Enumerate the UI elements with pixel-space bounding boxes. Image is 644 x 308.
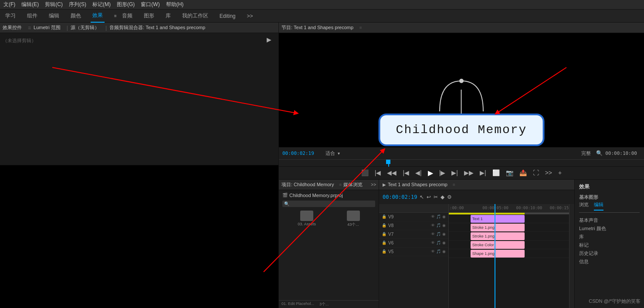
tool-marker[interactable]: ◆: [441, 194, 444, 200]
track-header-v5: 🔒 V5 👁 🎵 ◉: [379, 248, 448, 256]
solo-v8[interactable]: ◉: [442, 223, 446, 228]
mute-v6[interactable]: 🎵: [436, 241, 441, 245]
nav-tab-library[interactable]: 库: [164, 10, 173, 23]
mixer-title[interactable]: 音频剪辑混合器: Text 1 and Shapes precomp: [109, 24, 205, 31]
menu-item-sequence[interactable]: 序列(S): [69, 1, 86, 8]
nav-tab-edit[interactable]: 编辑: [47, 10, 61, 23]
nav-tab-effects[interactable]: 效果: [91, 10, 105, 23]
prev-edit-btn[interactable]: |◀: [373, 168, 383, 177]
menu-item-help[interactable]: 帮助(H): [166, 1, 184, 8]
eye-v5[interactable]: 👁: [431, 249, 435, 254]
nav-tab-audio[interactable]: 音频: [120, 10, 134, 23]
nav-tab-learn[interactable]: 学习: [3, 10, 17, 23]
insert-btn[interactable]: ⬜: [491, 168, 502, 177]
tool-razor[interactable]: ✂: [434, 194, 438, 200]
step-fwd-btn[interactable]: ▶▶: [462, 168, 475, 177]
solo-v5[interactable]: ◉: [442, 249, 446, 254]
zoom-icon[interactable]: 🔍: [596, 150, 603, 156]
nav-tab-color[interactable]: 颜色: [69, 10, 83, 23]
menu-item-window[interactable]: 窗口(W): [141, 1, 159, 8]
lock-v6[interactable]: 🔒: [382, 241, 386, 245]
mute-v9[interactable]: 🎵: [436, 214, 441, 219]
lock-v9[interactable]: 🔒: [382, 214, 386, 219]
mute-v8[interactable]: 🎵: [436, 223, 441, 228]
clip-v6[interactable]: Stroke Color: [471, 241, 525, 249]
sidebar-item-info[interactable]: 信息: [579, 258, 640, 266]
menu-item-edit[interactable]: 编辑(E): [21, 1, 39, 8]
nav-tab-editing[interactable]: Editing: [218, 10, 237, 23]
play-btn[interactable]: ▶: [426, 168, 435, 178]
main-layout: 效果控件 ≡ Lumetri 范围 | 源（无剪辑） | 音频剪辑混合器: Te…: [0, 23, 644, 308]
fit-label[interactable]: 适合: [325, 150, 335, 157]
fullscreen-btn[interactable]: ⛶: [531, 168, 541, 177]
project-more[interactable]: >>: [371, 182, 376, 187]
clip-v8[interactable]: Stroke 1.png: [471, 224, 525, 231]
sidebar-tab-browse[interactable]: 浏览: [579, 201, 589, 211]
mute-v7[interactable]: 🎵: [436, 232, 441, 236]
lumetri-title[interactable]: Lumetri 范围: [34, 24, 61, 31]
track-icons-v8: 👁 🎵 ◉: [431, 223, 446, 228]
menu-item-file[interactable]: 文(F): [3, 1, 15, 8]
project-panel-header: 项目: Childhood Memory ≡ 媒体浏览 >>: [279, 180, 379, 190]
sidebar-tab-edit[interactable]: 编辑: [594, 201, 603, 211]
solo-v6[interactable]: ◉: [442, 241, 446, 245]
tool-select[interactable]: ↖: [420, 194, 424, 200]
nav-tabs-more[interactable]: >>: [247, 13, 253, 19]
eye-v6[interactable]: 👁: [431, 241, 435, 245]
nav-tab-components[interactable]: 组件: [25, 10, 39, 23]
program-monitor-sep: ≡: [359, 25, 362, 30]
overwrite-btn[interactable]: 📷: [504, 168, 515, 177]
go-to-in-btn[interactable]: |◀: [401, 168, 411, 177]
lock-v7[interactable]: 🔒: [382, 232, 386, 236]
nav-tab-workspace[interactable]: 我的工作区: [180, 10, 210, 23]
eye-v8[interactable]: 👁: [431, 223, 435, 228]
full-label[interactable]: 完整: [581, 150, 591, 157]
eye-v9[interactable]: 👁: [431, 214, 435, 219]
clip-v9[interactable]: Text 1: [471, 215, 525, 223]
export-btn[interactable]: 📤: [518, 168, 529, 177]
eye-v7[interactable]: 👁: [431, 232, 435, 236]
mark-in-btn[interactable]: ⬛: [359, 168, 370, 177]
right-sidebar-panel: 效果 基本图形 浏览 编辑 基本声音 Lumetri 颜色 库 标记 历史记录 …: [574, 180, 644, 308]
sidebar-item-library[interactable]: 库: [579, 233, 640, 241]
sidebar-item-lumetri[interactable]: Lumetri 颜色: [579, 224, 640, 233]
prev-frame-btn[interactable]: ◀|: [414, 168, 424, 177]
lock-v8[interactable]: 🔒: [382, 223, 386, 228]
fit-dropdown[interactable]: ▾: [338, 151, 340, 156]
project-search-input[interactable]: [290, 201, 373, 206]
tool-settings[interactable]: ⚙: [447, 194, 452, 200]
media-browser-title[interactable]: 媒体浏览: [343, 181, 363, 188]
add-btn[interactable]: +: [556, 168, 563, 177]
go-to-out-btn[interactable]: ▶|: [450, 168, 460, 177]
project-item-prproj[interactable]: 🎬 Childhood Memory.prproj: [281, 192, 377, 199]
clip-v5[interactable]: Shape 1.png: [471, 250, 525, 258]
expand-icon[interactable]: ▶: [267, 36, 271, 43]
menu-item-graphics[interactable]: 图形(G): [117, 1, 135, 8]
timeline-timecode[interactable]: 00:00:02:19: [383, 194, 417, 200]
step-back-btn[interactable]: ◀◀: [385, 168, 398, 177]
next-edit-btn[interactable]: ▶|: [478, 168, 488, 177]
timeline-row-v7: Stroke 1.png: [449, 232, 569, 241]
solo-v9[interactable]: ◉: [442, 214, 446, 219]
clip-v7[interactable]: Stroke 1.png: [471, 232, 525, 240]
menu-item-marker[interactable]: 标记(M): [92, 1, 111, 8]
timeline-scrollbar-y[interactable]: [569, 204, 574, 308]
folder-count[interactable]: 43个...: [347, 211, 360, 228]
sidebar-item-history[interactable]: 历史记录: [579, 249, 640, 258]
folder-assets[interactable]: 03. Assets: [298, 211, 316, 228]
tool-undo[interactable]: ↩: [427, 194, 431, 200]
menu-item-clip[interactable]: 剪辑(C): [45, 1, 63, 8]
solo-v7[interactable]: ◉: [442, 232, 446, 236]
nav-tab-graphics[interactable]: 图形: [142, 10, 156, 23]
mute-v5[interactable]: 🎵: [436, 249, 441, 254]
sidebar-item-markers[interactable]: 标记: [579, 241, 640, 249]
program-timecode[interactable]: 00:00:02:19: [282, 151, 314, 156]
track-name-v5: V5: [388, 249, 393, 254]
more-btns[interactable]: >>: [543, 168, 554, 177]
project-panel: 项目: Childhood Memory ≡ 媒体浏览 >> 🎬 Childho…: [279, 180, 379, 308]
next-frame-btn[interactable]: |▶: [437, 168, 447, 177]
project-search-bar[interactable]: 🔍: [282, 201, 375, 207]
lock-v5[interactable]: 🔒: [382, 249, 386, 254]
sidebar-item-basic-audio[interactable]: 基本声音: [579, 216, 640, 224]
effect-controls-title: 效果控件: [3, 24, 22, 31]
